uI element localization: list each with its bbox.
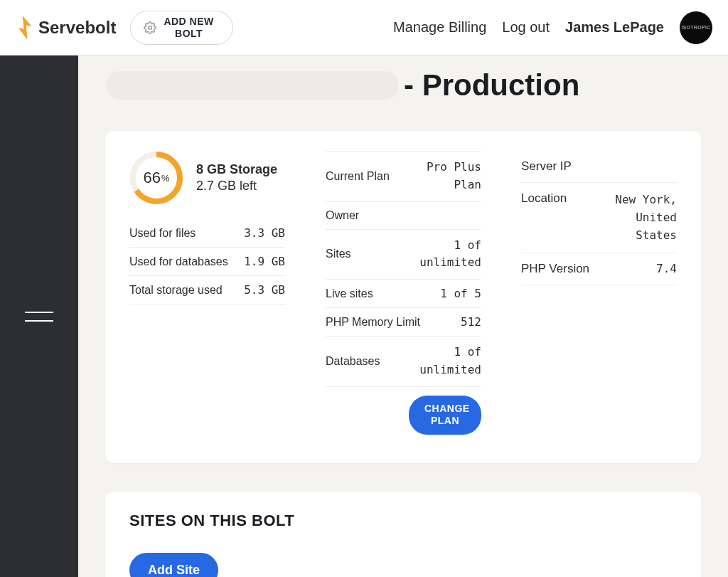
logo-text: Servebolt bbox=[38, 18, 116, 38]
svg-point-0 bbox=[149, 26, 152, 29]
kv-value: 1 of unlimited bbox=[419, 237, 481, 272]
kv-row: Live sites1 of 5 bbox=[326, 280, 481, 308]
kv-key: Used for files bbox=[129, 227, 196, 240]
add-site-button[interactable]: Add Site bbox=[129, 553, 218, 577]
page-title: - Production bbox=[404, 68, 579, 102]
storage-rows: Used for files3.3 GBUsed for databases1.… bbox=[129, 219, 285, 305]
redacted-name bbox=[107, 71, 398, 100]
kv-key: Owner bbox=[326, 209, 359, 222]
add-new-bolt-button[interactable]: ADD NEW BOLT bbox=[130, 11, 232, 45]
storage-left: 2.7 GB left bbox=[196, 179, 277, 194]
kv-value: 3.3 GB bbox=[244, 226, 285, 240]
kv-row: PHP Memory Limit512 bbox=[326, 308, 481, 337]
kv-value: Pro Plus Plan bbox=[427, 159, 481, 194]
bolt-icon bbox=[16, 15, 34, 41]
kv-key: Total storage used bbox=[129, 284, 223, 297]
log-out-link[interactable]: Log out bbox=[502, 19, 550, 36]
user-name[interactable]: James LePage bbox=[565, 19, 664, 36]
kv-value: 7.4 bbox=[656, 262, 677, 275]
kv-row: Total storage used5.3 GB bbox=[129, 276, 285, 305]
kv-key: PHP Version bbox=[521, 262, 589, 276]
kv-key: Server IP bbox=[521, 159, 572, 174]
plan-column: Current PlanPro Plus PlanOwner Sites1 of… bbox=[305, 151, 501, 435]
kv-value: 1 of 5 bbox=[440, 287, 481, 300]
sidebar bbox=[0, 55, 78, 577]
manage-billing-link[interactable]: Manage Billing bbox=[393, 19, 486, 36]
overview-card: 66% 8 GB Storage 2.7 GB left Used for fi… bbox=[105, 131, 701, 463]
kv-row: Owner bbox=[326, 202, 481, 230]
avatar[interactable]: ISOTROPIC bbox=[680, 11, 712, 44]
server-rows: Server IP LocationNew York, United State… bbox=[521, 151, 677, 285]
kv-value: 512 bbox=[461, 315, 481, 329]
kv-value: 1.9 GB bbox=[244, 255, 285, 268]
kv-key: Location bbox=[521, 191, 567, 206]
storage-title: 8 GB Storage bbox=[196, 162, 277, 177]
kv-key: PHP Memory Limit bbox=[326, 316, 420, 329]
page-title-wrap: - Production bbox=[78, 55, 728, 102]
kv-row: Server IP bbox=[521, 151, 677, 183]
kv-key: Databases bbox=[326, 355, 380, 368]
top-bar: Servebolt ADD NEW BOLT Manage Billing Lo… bbox=[0, 0, 728, 55]
kv-row: LocationNew York, United States bbox=[521, 183, 677, 253]
storage-gauge: 66% bbox=[129, 151, 183, 205]
server-column: Server IP LocationNew York, United State… bbox=[501, 151, 677, 435]
gear-icon bbox=[144, 21, 156, 34]
kv-row: Used for files3.3 GB bbox=[129, 219, 285, 248]
kv-value: 1 of unlimited bbox=[419, 344, 481, 379]
kv-row: Databases1 of unlimited bbox=[326, 337, 481, 387]
plan-rows: Current PlanPro Plus PlanOwner Sites1 of… bbox=[326, 151, 481, 387]
content-area: - Production 66% 8 GB Storage 2.7 GB lef… bbox=[78, 55, 728, 577]
kv-value: 5.3 GB bbox=[244, 283, 285, 297]
kv-key: Sites bbox=[326, 248, 351, 260]
avatar-label: ISOTROPIC bbox=[681, 25, 710, 30]
storage-label: 8 GB Storage 2.7 GB left bbox=[196, 162, 277, 194]
sites-heading: SITES ON THIS BOLT bbox=[129, 512, 677, 530]
kv-row: Used for databases1.9 GB bbox=[129, 248, 285, 276]
kv-row: Current PlanPro Plus Plan bbox=[326, 151, 481, 202]
top-bar-right: Manage Billing Log out James LePage ISOT… bbox=[393, 11, 712, 44]
storage-header: 66% 8 GB Storage 2.7 GB left bbox=[129, 151, 285, 219]
sites-card: SITES ON THIS BOLT Add Site bbox=[105, 492, 701, 577]
logo[interactable]: Servebolt bbox=[16, 15, 116, 41]
menu-icon[interactable] bbox=[25, 312, 53, 322]
storage-column: 66% 8 GB Storage 2.7 GB left Used for fi… bbox=[129, 151, 305, 435]
kv-row: Sites1 of unlimited bbox=[326, 230, 481, 280]
add-bolt-label: ADD NEW BOLT bbox=[164, 16, 213, 40]
kv-key: Used for databases bbox=[129, 255, 228, 268]
kv-key: Live sites bbox=[326, 287, 373, 300]
kv-row: PHP Version7.4 bbox=[521, 253, 677, 285]
kv-key: Current Plan bbox=[326, 170, 390, 183]
gauge-percent: 66 bbox=[143, 169, 160, 187]
kv-value: New York, United States bbox=[575, 191, 677, 244]
change-plan-button[interactable]: CHANGE PLAN bbox=[409, 396, 481, 435]
